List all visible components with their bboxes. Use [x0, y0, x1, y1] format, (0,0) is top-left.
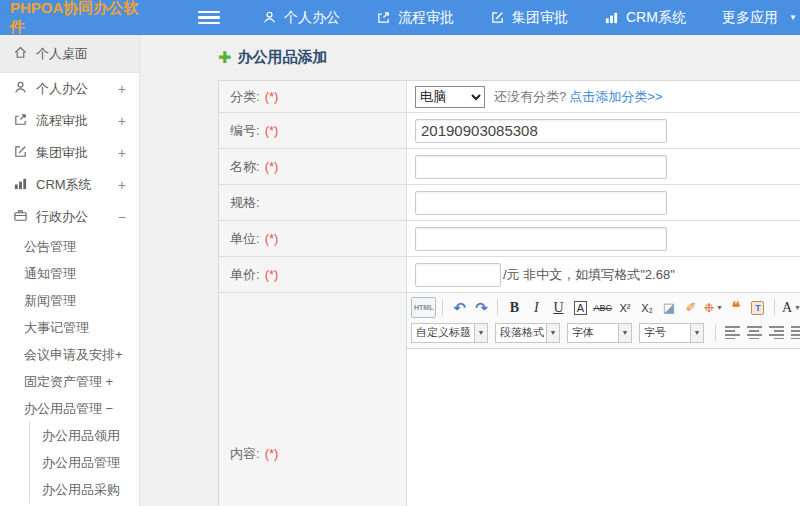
sidebar-item-label: 集团审批 [36, 144, 88, 162]
sidebar-item-assets-mgmt[interactable]: 固定资产管理 + [0, 368, 139, 395]
editor-content-area[interactable] [407, 349, 800, 506]
spec-input[interactable] [415, 191, 667, 215]
sidebar-item-notice-mgmt[interactable]: 通知管理 [0, 260, 139, 287]
paste-glyph: T [751, 301, 764, 315]
name-input[interactable] [415, 155, 667, 179]
expand-plus-icon[interactable]: + [118, 145, 126, 161]
sidebar-item-process-approval[interactable]: 流程审批 + [0, 105, 139, 137]
underline-button[interactable]: U [548, 297, 568, 318]
topnav-more-apps[interactable]: 更多应用 ▼ [722, 9, 797, 27]
sidebar-item-meeting-mgmt[interactable]: 会议申请及安排+ [0, 341, 139, 368]
topnav-group-approval[interactable]: 集团审批 [490, 9, 568, 27]
expand-plus-icon[interactable]: + [118, 81, 126, 97]
add-category-link[interactable]: 点击添加分类>> [569, 88, 662, 106]
paste-plain-icon[interactable]: T [748, 297, 768, 318]
sidebar-item-label: 个人桌面 [36, 45, 88, 63]
sidebar-item-supplies-purchase[interactable]: 办公用品采购 [30, 476, 139, 503]
sub-item-label: 办公用品采购 [42, 481, 120, 499]
topnav-crm[interactable]: CRM系统 [604, 9, 686, 27]
sidebar-item-announcement-mgmt[interactable]: 公告管理 [0, 233, 139, 260]
sidebar-item-news-mgmt[interactable]: 新闻管理 [0, 287, 139, 314]
font-color-button[interactable]: A▼ [781, 297, 800, 318]
eraser-icon[interactable]: ◪ [659, 297, 679, 318]
subscript-button[interactable]: X₂ [637, 297, 657, 318]
font-size-dropdown[interactable]: 字号 ▼ [639, 323, 704, 343]
sidebar-item-desktop[interactable]: 个人桌面 [0, 35, 139, 73]
expand-plus-icon[interactable]: + [118, 113, 126, 129]
code-value-cell [407, 113, 800, 148]
app-logo: PHPOA协同办公软件 [0, 0, 150, 37]
char-border-button[interactable]: A [574, 301, 587, 315]
align-right-icon [769, 326, 784, 339]
spec-label: 规格: [219, 185, 407, 220]
unit-value-cell [407, 221, 800, 256]
required-mark: (*) [265, 231, 279, 246]
sidebar-item-label: 行政办公 [36, 208, 88, 226]
content-label: 内容: (*) [219, 293, 407, 506]
unit-input[interactable] [415, 227, 667, 251]
sidebar-item-supplies-manage[interactable]: 办公用品管理 [30, 449, 139, 476]
required-mark: (*) [265, 446, 279, 461]
blockquote-icon[interactable]: ❝ [726, 297, 746, 318]
name-label: 名称: (*) [219, 149, 407, 184]
superscript-button[interactable]: X² [615, 297, 635, 318]
sidebar: 个人桌面 个人办公 + 流程审批 + 集团审批 + [0, 35, 140, 506]
align-right-button[interactable] [766, 322, 786, 343]
sub-item-label: 办公用品管理 − [24, 400, 113, 418]
topnav-process-approval[interactable]: 流程审批 [376, 9, 454, 27]
export-arrow-icon [13, 112, 36, 130]
expand-plus-icon[interactable]: + [118, 177, 126, 193]
editor-toolbar: HTML ↶ ↷ B I U A ABC X² [407, 293, 800, 349]
hamburger-menu-icon[interactable] [198, 11, 220, 25]
required-mark: (*) [265, 267, 279, 282]
collapse-minus-icon[interactable]: − [118, 209, 126, 225]
category-select[interactable]: 电脑 [415, 86, 485, 108]
required-mark: (*) [265, 123, 279, 138]
supply-add-form: 分类: (*) 电脑 还没有分类? 点击添加分类>> 编号: (*) [218, 80, 800, 506]
sub-item-label: 会议申请及安排+ [24, 346, 123, 364]
sidebar-item-events-mgmt[interactable]: 大事记管理 [0, 314, 139, 341]
sidebar-item-group-approval[interactable]: 集团审批 + [0, 137, 139, 169]
category-label: 分类: (*) [219, 81, 407, 112]
italic-button[interactable]: I [526, 297, 546, 318]
dropdown-label: 字号 [640, 325, 690, 340]
chevron-down-icon: ▼ [794, 304, 800, 312]
sidebar-item-crm[interactable]: CRM系统 + [0, 169, 139, 201]
label-text: 规格: [230, 194, 260, 212]
price-input[interactable] [415, 263, 501, 287]
align-justify-button[interactable] [788, 322, 800, 343]
chevron-down-icon: ▼ [474, 324, 487, 342]
topbar: PHPOA协同办公软件 个人办公 流程审批 集团审批 CRM系统 [0, 0, 800, 35]
price-label: 单价: (*) [219, 257, 407, 292]
align-left-button[interactable] [722, 322, 742, 343]
align-center-button[interactable] [744, 322, 764, 343]
sidebar-item-supplies-claim[interactable]: 办公用品领用 [30, 422, 139, 449]
sidebar-item-supplies-mgmt[interactable]: 办公用品管理 − [0, 395, 139, 422]
sidebar-item-personal-office[interactable]: 个人办公 + [0, 73, 139, 105]
auto-typeset-icon[interactable]: ❉▼ [703, 297, 724, 318]
strikethrough-button[interactable]: ABC [592, 297, 613, 318]
redo-icon[interactable]: ↷ [471, 297, 491, 318]
magic-glyph: ❉ [704, 301, 714, 315]
topnav-personal-office[interactable]: 个人办公 [262, 9, 340, 27]
format-brush-icon[interactable]: ✐ [681, 297, 701, 318]
category-value-cell: 电脑 还没有分类? 点击添加分类>> [407, 81, 800, 112]
person-icon [13, 80, 36, 98]
chevron-down-icon: ▼ [789, 13, 797, 22]
form-row-name: 名称: (*) [219, 149, 800, 185]
sidebar-item-admin-office[interactable]: 行政办公 − [0, 201, 139, 233]
bold-button[interactable]: B [504, 297, 524, 318]
undo-icon[interactable]: ↶ [449, 297, 469, 318]
font-color-glyph: A [782, 300, 792, 316]
form-row-code: 编号: (*) [219, 113, 800, 149]
label-text: 名称: [230, 158, 260, 176]
custom-title-dropdown[interactable]: 自定义标题 ▼ [411, 323, 488, 343]
topnav-label: 流程审批 [398, 9, 454, 27]
html-source-button[interactable]: HTML [411, 297, 436, 318]
code-input[interactable] [415, 119, 667, 143]
sidebar-item-label: 个人办公 [36, 80, 88, 98]
font-family-dropdown[interactable]: 字体 ▼ [567, 323, 632, 343]
briefcase-icon [13, 208, 36, 226]
paragraph-format-dropdown[interactable]: 段落格式 ▼ [495, 323, 560, 343]
sub-item-label: 公告管理 [24, 238, 76, 256]
